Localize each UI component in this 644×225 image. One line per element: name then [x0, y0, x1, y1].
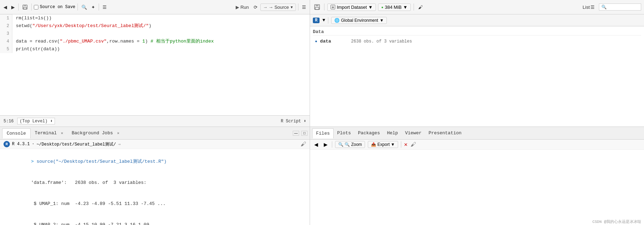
right-save-icon: [314, 4, 320, 10]
forward-button[interactable]: ▶: [10, 4, 16, 11]
rerun-button[interactable]: ⟳: [252, 4, 259, 11]
minimize-button[interactable]: —: [293, 131, 299, 136]
right-toolbar: Import Dataset ▼ ● 384 MiB ▼ 🖌 List ☰: [310, 0, 644, 14]
right-brush-button[interactable]: 🖌: [417, 4, 424, 11]
bg-jobs-close[interactable]: ✕: [117, 131, 119, 135]
line-content-3: [12, 30, 19, 38]
tab-plots[interactable]: Plots: [334, 128, 354, 138]
r-icon: R: [4, 141, 10, 147]
back-button[interactable]: ◀: [2, 4, 8, 11]
export-button[interactable]: 📤 Export ▼: [368, 141, 398, 148]
sep5: [298, 4, 298, 11]
right-sep2: [414, 4, 414, 11]
plots-back-button[interactable]: ◀: [313, 141, 320, 148]
zoom-icon: 🔍: [338, 142, 343, 147]
tab-viewer[interactable]: Viewer: [402, 128, 425, 138]
line-content-5: print(str(data)): [12, 45, 60, 53]
source-on-save-label: Source on Save: [40, 5, 75, 9]
search-button[interactable]: 🔍: [80, 4, 88, 11]
level-label: (Top Level): [20, 119, 48, 124]
bottom-panel: Console Terminal ✕ Background Jobs ✕ — □…: [0, 127, 310, 225]
code-editor[interactable]: 1 rm(list=ls()) 2 setwd("/Users/yxk/Desk…: [0, 14, 310, 115]
path-sep: ·: [32, 142, 34, 147]
export-arrow: ▼: [391, 142, 395, 147]
env-row-data: ● data 2638 obs. of 3 variables: [313, 38, 641, 45]
right-save-button[interactable]: [313, 4, 321, 11]
env-content: Data ● data 2638 obs. of 3 variables: [310, 26, 644, 127]
code-line-3: 3: [0, 30, 310, 38]
import-arrow: ▼: [368, 5, 373, 10]
svg-rect-1: [24, 5, 26, 6]
console-line-3: $ UMAP_2: num -4.15 10.99 -7.21 3.16 1.0…: [4, 214, 306, 225]
console-line-2: $ UMAP_1: num -4.23 -4.89 -5.51 11.33 -7…: [4, 193, 306, 214]
tab-packages[interactable]: Packages: [354, 128, 383, 138]
tab-terminal[interactable]: Terminal ✕: [31, 128, 68, 138]
plots-brush-button[interactable]: 🖌: [410, 141, 416, 148]
console-prompt-1: >: [31, 159, 37, 164]
source-label: → Source: [268, 5, 289, 10]
global-env-button[interactable]: 🌐 Global Environment ▼: [331, 17, 387, 24]
line-content-2: setwd("/Users/yxk/Desktop/test/Seurat_la…: [12, 22, 151, 30]
right-toolbar-right: List ☰: [581, 4, 641, 11]
console-content[interactable]: > source("~/Desktop/test/Seurat_label测试/…: [0, 149, 310, 225]
source-dropdown-arrow: ▼: [290, 5, 293, 9]
layout-button[interactable]: ☰: [301, 4, 308, 11]
env-section-data: Data: [313, 29, 641, 36]
main-layout: ◀ ▶ Source on Save 🔍 ✦ ☰ ▶ Run ⟳ →: [0, 0, 644, 225]
line-content-4: data = read.csv("./pbmc_UMAP.csv",row.na…: [12, 38, 214, 45]
run-button[interactable]: ▶ Run: [234, 4, 251, 11]
sep3: [78, 4, 78, 11]
code-line-5: 5 print(str(data)): [0, 45, 310, 53]
script-type[interactable]: R Script ⬍: [281, 118, 306, 124]
zoom-button[interactable]: 🔍 🔍 Zoom: [335, 141, 365, 148]
source-button[interactable]: → → Source ▼: [260, 4, 296, 11]
right-sep1: [324, 4, 324, 11]
right-panel: Import Dataset ▼ ● 384 MiB ▼ 🖌 List ☰ R …: [310, 0, 644, 225]
code-line-4: 4 data = read.csv("./pbmc_UMAP.csv",row.…: [0, 38, 310, 45]
r-env-label: R: [313, 18, 320, 23]
source-on-save-input[interactable]: [34, 5, 38, 9]
save-button[interactable]: [21, 4, 29, 11]
zoom-label: 🔍 Zoom: [345, 142, 362, 147]
data-var-name[interactable]: data: [320, 39, 348, 44]
left-panel: ◀ ▶ Source on Save 🔍 ✦ ☰ ▶ Run ⟳ →: [0, 0, 310, 225]
list-view-button[interactable]: List ☰: [581, 4, 596, 11]
sparkle-button[interactable]: ✦: [90, 4, 97, 11]
console-source-line: > source("~/Desktop/test/Seurat_label测试/…: [4, 151, 306, 172]
code-line-2: 2 setwd("/Users/yxk/Desktop/test/Seurat_…: [0, 22, 310, 30]
list-label: List: [583, 5, 590, 10]
console-clear-button[interactable]: 🖌: [301, 141, 306, 147]
import-dataset-button[interactable]: Import Dataset ▼: [327, 4, 376, 11]
line-num-4: 4: [0, 38, 12, 45]
env-bar: R ▼ 🌐 Global Environment ▼: [310, 14, 644, 26]
tab-presentation[interactable]: Presentation: [425, 128, 465, 138]
run-label: Run: [240, 5, 249, 10]
watermark: CSDN @我的心永远是冰冰哒: [310, 218, 644, 225]
line-num-2: 2: [0, 22, 12, 30]
path-arrow: ⇒: [118, 142, 120, 147]
line-content-1: rm(list=ls()): [12, 14, 51, 22]
console-path-bar: R R 4.3.1 · ~/Desktop/test/Seurat_label测…: [0, 140, 310, 149]
export-icon: 📤: [371, 142, 376, 147]
tab-console[interactable]: Console: [2, 128, 31, 139]
cursor-position: 5:16: [4, 119, 14, 124]
plots-forward-button[interactable]: ▶: [322, 141, 329, 148]
tab-files[interactable]: Files: [312, 128, 334, 139]
terminal-close[interactable]: ✕: [61, 131, 63, 135]
env-arrow: ▼: [322, 18, 325, 23]
export-label: Export: [377, 142, 390, 147]
delete-plot-button[interactable]: ✕: [404, 141, 408, 148]
level-selector[interactable]: (Top Level) ⬍: [17, 118, 55, 124]
maximize-button[interactable]: □: [301, 131, 308, 136]
source-on-save-checkbox[interactable]: Source on Save: [34, 5, 75, 9]
env-search-input[interactable]: [599, 4, 641, 11]
memory-button[interactable]: ● 384 MiB ▼: [378, 4, 411, 11]
tab-help[interactable]: Help: [383, 128, 401, 138]
svg-rect-4: [316, 5, 318, 6]
sep1: [18, 4, 19, 11]
sep2: [31, 4, 32, 11]
menu-button[interactable]: ☰: [101, 4, 108, 11]
console-source-cmd: source("~/Desktop/test/Seurat_label测试/te…: [37, 159, 167, 164]
import-icon: [330, 5, 335, 9]
tab-background-jobs[interactable]: Background Jobs ✕: [67, 128, 123, 138]
